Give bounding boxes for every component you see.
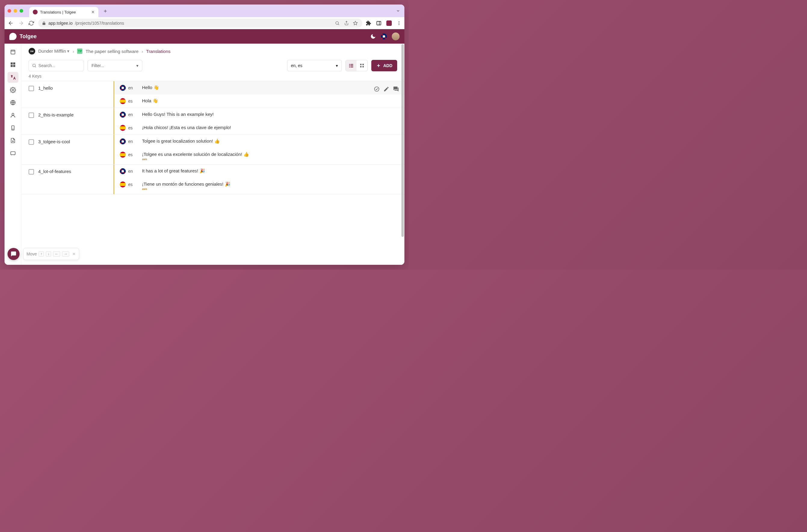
brand-logo-icon <box>9 33 17 40</box>
caret-down-icon: ▾ <box>67 49 70 54</box>
svg-point-28 <box>374 87 379 92</box>
browser-address-bar: app.tolgee.io/projects/1057/translations <box>4 17 404 29</box>
translation-text: Hello Guys! This is an example key! <box>142 112 399 117</box>
row-checkbox[interactable] <box>28 113 34 118</box>
caret-down-icon: ▾ <box>136 63 138 68</box>
rail-import-icon[interactable] <box>7 122 18 133</box>
tolgee-extension-icon[interactable] <box>386 20 392 26</box>
chevron-right-icon: › <box>141 49 143 54</box>
add-button[interactable]: ADD <box>371 60 397 71</box>
window-maximize[interactable] <box>20 9 23 13</box>
url-star-icon[interactable] <box>352 21 359 25</box>
search-box[interactable] <box>28 60 84 71</box>
new-tab-button[interactable]: ＋ <box>102 7 108 15</box>
translation-cell-es[interactable]: es ¡Tiene un montón de funciones geniale… <box>114 178 404 194</box>
view-list-button[interactable] <box>346 60 357 71</box>
kbd-up-icon: ↑ <box>39 251 44 257</box>
tab-overflow-icon[interactable] <box>396 9 400 13</box>
translation-cell-en[interactable]: en Hello 👋 <box>114 81 404 94</box>
row-checkbox[interactable] <box>28 169 34 174</box>
translation-cell-es[interactable]: es Hola 👋 <box>114 94 404 108</box>
breadcrumb-org[interactable]: Dunder Mifflin ▾ <box>38 49 70 54</box>
key-name[interactable]: 1_hello <box>38 86 53 91</box>
lang-code: es <box>128 182 133 187</box>
row-checkbox[interactable] <box>28 139 34 145</box>
svg-rect-1 <box>377 21 381 25</box>
translation-text: Hola 👋 <box>142 98 399 103</box>
app-header: Tolgee <box>4 29 404 44</box>
translation-cell-es[interactable]: es ¡Hola chicos! ¡Esta es una clave de e… <box>114 121 404 134</box>
svg-rect-21 <box>350 65 353 66</box>
close-icon[interactable]: ✕ <box>72 251 76 256</box>
dark-mode-icon[interactable] <box>370 33 376 39</box>
rail-projects-icon[interactable] <box>7 46 18 57</box>
rail-settings-icon[interactable] <box>7 84 18 95</box>
mt-provider-badge: aws <box>142 188 399 190</box>
keys-count: 4 Keys <box>21 73 404 81</box>
svg-point-5 <box>399 24 400 25</box>
url-box[interactable]: app.tolgee.io/projects/1057/translations <box>38 19 362 28</box>
extensions-icon[interactable] <box>366 20 371 26</box>
translation-cell-es[interactable]: es ¡Tolgee es una excelente solución de … <box>114 148 404 164</box>
key-name[interactable]: 4_lot-of-features <box>38 169 71 174</box>
panel-icon[interactable] <box>376 20 382 26</box>
edit-icon[interactable] <box>383 86 389 92</box>
svg-rect-6 <box>11 50 15 54</box>
window-minimize[interactable] <box>14 9 17 13</box>
translation-cell-en[interactable]: en Hello Guys! This is an example key! <box>114 108 404 121</box>
breadcrumb-project[interactable]: The paper selling software <box>85 49 138 54</box>
rail-languages-icon[interactable] <box>7 97 18 108</box>
comment-icon[interactable] <box>393 86 399 92</box>
browser-menu-icon[interactable] <box>397 21 401 25</box>
brand[interactable]: Tolgee <box>9 33 37 40</box>
svg-point-15 <box>13 129 13 129</box>
window-close[interactable] <box>7 9 11 13</box>
browser-tab[interactable]: Translations | Tolgee ✕ <box>29 7 98 17</box>
mt-provider-badge: aws <box>142 158 399 161</box>
rail-translations-icon[interactable] <box>7 72 18 83</box>
kbd-right-icon: → <box>62 251 69 257</box>
scrollbar-thumb[interactable] <box>401 44 404 237</box>
language-select[interactable]: en, es ▾ <box>287 60 342 71</box>
language-switch-icon[interactable] <box>381 33 387 39</box>
url-path: /projects/1057/translations <box>75 21 124 25</box>
translation-text: ¡Hola chicos! ¡Esta es una clave de ejem… <box>142 125 399 130</box>
translation-text: Tolgee is great localization solution! 👍 <box>142 138 399 144</box>
scrollbar[interactable] <box>401 44 404 265</box>
flag-es-icon <box>120 152 126 158</box>
nav-back-icon[interactable] <box>7 20 14 26</box>
translation-cell-en[interactable]: en It has a lot of great features! 🎉 <box>114 165 404 178</box>
filter-dropdown[interactable]: Filter... ▾ <box>88 60 142 71</box>
nav-forward-icon[interactable] <box>18 20 24 26</box>
svg-point-13 <box>12 113 14 115</box>
translation-cell-en[interactable]: en Tolgee is great localization solution… <box>114 135 404 148</box>
nav-reload-icon[interactable] <box>28 20 35 26</box>
svg-rect-18 <box>349 64 350 65</box>
rail-integrate-icon[interactable] <box>7 148 18 158</box>
view-grid-button[interactable] <box>357 60 367 71</box>
lang-code: es <box>128 99 133 103</box>
window-controls <box>7 9 23 13</box>
url-zoom-icon[interactable] <box>334 21 341 25</box>
svg-point-17 <box>33 64 36 67</box>
url-share-icon[interactable] <box>343 21 350 25</box>
svg-rect-9 <box>11 65 13 67</box>
breadcrumb: DM Dunder Mifflin ▾ › TP The paper selli… <box>21 44 404 59</box>
rail-export-icon[interactable] <box>7 135 18 146</box>
row-checkbox[interactable] <box>28 86 34 91</box>
key-name[interactable]: 2_this-is-example <box>38 112 74 117</box>
tab-close-icon[interactable]: ✕ <box>91 10 95 15</box>
flag-es-icon <box>120 182 126 188</box>
chat-fab[interactable] <box>7 248 20 260</box>
user-avatar[interactable] <box>392 33 400 40</box>
svg-rect-24 <box>360 64 362 65</box>
rail-members-icon[interactable] <box>7 110 18 121</box>
rail-dashboard-icon[interactable] <box>7 59 18 70</box>
move-hint: Move ↑ ↓ ← → ✕ <box>23 248 79 260</box>
lang-code: es <box>128 152 133 157</box>
key-name[interactable]: 3_tolgee-is-cool <box>38 139 70 144</box>
state-icon[interactable] <box>374 86 380 92</box>
main-content: DM Dunder Mifflin ▾ › TP The paper selli… <box>21 44 404 265</box>
table-row: 3_tolgee-is-cool en Tolgee is great loca… <box>21 135 404 165</box>
search-input[interactable] <box>39 63 81 68</box>
